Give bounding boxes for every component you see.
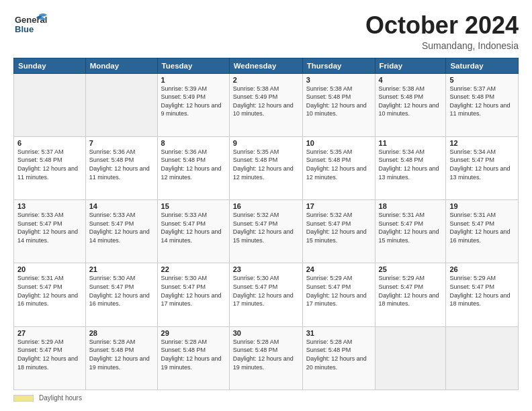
- logo-icon: General Blue: [13, 12, 48, 40]
- day-number: 7: [89, 139, 154, 147]
- day-number: 19: [449, 202, 515, 210]
- day-number: 16: [233, 202, 299, 210]
- svg-text:Blue: Blue: [15, 24, 34, 34]
- weekday-header: Wednesday: [229, 58, 302, 73]
- day-number: 24: [306, 265, 371, 273]
- calendar-week-row: 6Sunrise: 5:37 AMSunset: 5:48 PMDaylight…: [14, 136, 519, 199]
- calendar-cell: 17Sunrise: 5:32 AMSunset: 5:47 PMDayligh…: [302, 200, 375, 263]
- calendar-cell: 31Sunrise: 5:28 AMSunset: 5:48 PMDayligh…: [302, 326, 375, 390]
- day-number: 23: [233, 265, 299, 273]
- calendar-cell: [85, 73, 157, 136]
- calendar-cell: 7Sunrise: 5:36 AMSunset: 5:48 PMDaylight…: [85, 136, 157, 199]
- weekday-header: Friday: [375, 58, 446, 73]
- calendar-cell: 16Sunrise: 5:32 AMSunset: 5:47 PMDayligh…: [229, 200, 302, 263]
- calendar-cell: 4Sunrise: 5:38 AMSunset: 5:48 PMDaylight…: [375, 73, 446, 136]
- calendar-cell: 22Sunrise: 5:30 AMSunset: 5:47 PMDayligh…: [157, 263, 229, 326]
- day-number: 27: [17, 329, 82, 337]
- calendar-cell: [375, 326, 446, 390]
- calendar-cell: 2Sunrise: 5:38 AMSunset: 5:49 PMDaylight…: [229, 73, 302, 136]
- calendar-week-row: 27Sunrise: 5:29 AMSunset: 5:47 PMDayligh…: [14, 326, 519, 390]
- month-title: October 2024: [365, 12, 519, 39]
- day-number: 15: [161, 202, 226, 210]
- day-info: Sunrise: 5:36 AMSunset: 5:48 PMDaylight:…: [161, 148, 226, 181]
- calendar-cell: 18Sunrise: 5:31 AMSunset: 5:47 PMDayligh…: [375, 200, 446, 263]
- day-info: Sunrise: 5:32 AMSunset: 5:47 PMDaylight:…: [233, 211, 299, 244]
- day-info: Sunrise: 5:28 AMSunset: 5:48 PMDaylight:…: [89, 338, 154, 371]
- calendar-cell: 1Sunrise: 5:39 AMSunset: 5:49 PMDaylight…: [157, 73, 229, 136]
- weekday-header: Saturday: [446, 58, 519, 73]
- calendar-body: 1Sunrise: 5:39 AMSunset: 5:49 PMDaylight…: [14, 73, 519, 390]
- calendar-cell: 6Sunrise: 5:37 AMSunset: 5:48 PMDaylight…: [14, 136, 86, 199]
- day-number: 25: [379, 265, 443, 273]
- day-number: 14: [89, 202, 154, 210]
- day-number: 12: [449, 139, 515, 147]
- calendar-table: SundayMondayTuesdayWednesdayThursdayFrid…: [13, 58, 519, 390]
- location: Sumandang, Indonesia: [365, 40, 519, 51]
- day-info: Sunrise: 5:37 AMSunset: 5:48 PMDaylight:…: [449, 85, 515, 118]
- day-info: Sunrise: 5:33 AMSunset: 5:47 PMDaylight:…: [17, 211, 82, 244]
- day-number: 31: [306, 329, 371, 337]
- day-number: 13: [17, 202, 82, 210]
- day-info: Sunrise: 5:38 AMSunset: 5:49 PMDaylight:…: [233, 85, 299, 118]
- day-number: 4: [379, 76, 443, 84]
- calendar-cell: 24Sunrise: 5:29 AMSunset: 5:47 PMDayligh…: [302, 263, 375, 326]
- day-info: Sunrise: 5:29 AMSunset: 5:47 PMDaylight:…: [379, 274, 443, 308]
- calendar-cell: [446, 326, 519, 390]
- calendar-cell: 10Sunrise: 5:35 AMSunset: 5:48 PMDayligh…: [302, 136, 375, 199]
- calendar-cell: 27Sunrise: 5:29 AMSunset: 5:47 PMDayligh…: [14, 326, 86, 390]
- calendar-cell: 5Sunrise: 5:37 AMSunset: 5:48 PMDaylight…: [446, 73, 519, 136]
- day-number: 26: [449, 265, 515, 273]
- day-info: Sunrise: 5:30 AMSunset: 5:47 PMDaylight:…: [89, 274, 154, 308]
- day-info: Sunrise: 5:35 AMSunset: 5:48 PMDaylight:…: [306, 148, 371, 181]
- calendar-cell: 25Sunrise: 5:29 AMSunset: 5:47 PMDayligh…: [375, 263, 446, 326]
- weekday-header: Tuesday: [157, 58, 229, 73]
- day-info: Sunrise: 5:34 AMSunset: 5:48 PMDaylight:…: [379, 148, 443, 181]
- day-number: 3: [306, 76, 371, 84]
- calendar-week-row: 13Sunrise: 5:33 AMSunset: 5:47 PMDayligh…: [14, 200, 519, 263]
- day-info: Sunrise: 5:38 AMSunset: 5:48 PMDaylight:…: [379, 85, 443, 118]
- day-info: Sunrise: 5:28 AMSunset: 5:48 PMDaylight:…: [161, 338, 226, 371]
- day-number: 1: [161, 76, 226, 84]
- day-number: 29: [161, 329, 226, 337]
- calendar-cell: 28Sunrise: 5:28 AMSunset: 5:48 PMDayligh…: [85, 326, 157, 390]
- calendar-cell: 3Sunrise: 5:38 AMSunset: 5:48 PMDaylight…: [302, 73, 375, 136]
- logo: General Blue: [13, 12, 48, 43]
- footer-label: Daylight hours: [39, 394, 82, 402]
- day-number: 11: [379, 139, 443, 147]
- day-number: 20: [17, 265, 82, 273]
- calendar-cell: 30Sunrise: 5:28 AMSunset: 5:48 PMDayligh…: [229, 326, 302, 390]
- day-info: Sunrise: 5:30 AMSunset: 5:47 PMDaylight:…: [233, 274, 299, 308]
- day-number: 18: [379, 202, 443, 210]
- day-number: 8: [161, 139, 226, 147]
- weekday-header: Sunday: [14, 58, 86, 73]
- day-info: Sunrise: 5:28 AMSunset: 5:48 PMDaylight:…: [306, 338, 371, 371]
- day-info: Sunrise: 5:33 AMSunset: 5:47 PMDaylight:…: [89, 211, 154, 244]
- day-info: Sunrise: 5:29 AMSunset: 5:47 PMDaylight:…: [17, 338, 82, 371]
- day-info: Sunrise: 5:31 AMSunset: 5:47 PMDaylight:…: [17, 274, 82, 308]
- day-info: Sunrise: 5:31 AMSunset: 5:47 PMDaylight:…: [379, 211, 443, 244]
- day-info: Sunrise: 5:39 AMSunset: 5:49 PMDaylight:…: [161, 85, 226, 118]
- calendar-cell: 8Sunrise: 5:36 AMSunset: 5:48 PMDaylight…: [157, 136, 229, 199]
- daylight-bar-icon: [13, 395, 34, 402]
- header: General Blue October 2024 Sumandang, Ind…: [13, 12, 519, 51]
- day-info: Sunrise: 5:31 AMSunset: 5:47 PMDaylight:…: [449, 211, 515, 244]
- day-number: 30: [233, 329, 299, 337]
- day-info: Sunrise: 5:37 AMSunset: 5:48 PMDaylight:…: [17, 148, 82, 181]
- day-info: Sunrise: 5:38 AMSunset: 5:48 PMDaylight:…: [306, 85, 371, 118]
- day-number: 10: [306, 139, 371, 147]
- weekday-header: Monday: [85, 58, 157, 73]
- day-number: 28: [89, 329, 154, 337]
- day-number: 21: [89, 265, 154, 273]
- page: General Blue October 2024 Sumandang, Ind…: [0, 0, 532, 411]
- calendar-cell: 26Sunrise: 5:29 AMSunset: 5:47 PMDayligh…: [446, 263, 519, 326]
- calendar-cell: 13Sunrise: 5:33 AMSunset: 5:47 PMDayligh…: [14, 200, 86, 263]
- calendar-header-row: SundayMondayTuesdayWednesdayThursdayFrid…: [14, 58, 519, 73]
- calendar-cell: 23Sunrise: 5:30 AMSunset: 5:47 PMDayligh…: [229, 263, 302, 326]
- calendar-cell: 21Sunrise: 5:30 AMSunset: 5:47 PMDayligh…: [85, 263, 157, 326]
- footer-note: Daylight hours: [13, 394, 519, 402]
- day-info: Sunrise: 5:32 AMSunset: 5:47 PMDaylight:…: [306, 211, 371, 244]
- day-number: 5: [449, 76, 515, 84]
- calendar-week-row: 1Sunrise: 5:39 AMSunset: 5:49 PMDaylight…: [14, 73, 519, 136]
- day-info: Sunrise: 5:28 AMSunset: 5:48 PMDaylight:…: [233, 338, 299, 371]
- weekday-header: Thursday: [302, 58, 375, 73]
